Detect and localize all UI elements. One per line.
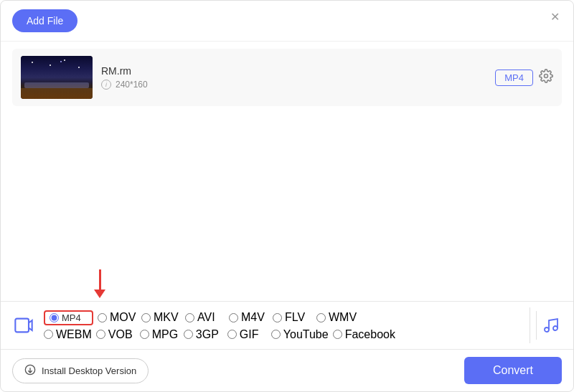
file-info: RM.rm i 240*160 <box>101 65 486 90</box>
format-option-facebook[interactable]: Facebook <box>333 328 395 341</box>
convert-button[interactable]: Convert <box>464 357 562 384</box>
format-badge[interactable]: MP4 <box>495 70 533 86</box>
bottom-bar: Install Desktop Version Convert <box>1 350 573 391</box>
install-desktop-button[interactable]: Install Desktop Version <box>12 358 149 383</box>
format-option-flv[interactable]: FLV <box>273 311 312 324</box>
format-option-mov[interactable]: MOV <box>98 311 137 324</box>
svg-point-2 <box>545 328 549 332</box>
format-options: MP4 MOV MKV AVI M4V <box>44 310 524 341</box>
file-thumbnail <box>21 56 93 99</box>
file-item: RM.rm i 240*160 MP4 <box>12 49 562 106</box>
format-option-m4v[interactable]: M4V <box>229 311 268 324</box>
svg-rect-1 <box>15 319 29 333</box>
video-format-icon[interactable] <box>9 311 38 340</box>
format-separator <box>530 307 530 343</box>
audio-format-button[interactable] <box>536 311 565 340</box>
main-window: ✕ Add File RM.rm i <box>0 0 574 392</box>
svg-point-0 <box>545 74 548 77</box>
file-list: RM.rm i 240*160 MP4 <box>1 42 573 269</box>
add-file-button[interactable]: Add File <box>12 9 77 32</box>
format-bar: MP4 MOV MKV AVI M4V <box>1 301 573 350</box>
file-meta: i 240*160 <box>101 80 486 90</box>
arrow-down <box>94 269 105 298</box>
arrow-head <box>94 290 105 298</box>
arrow-indicator-area <box>1 269 573 301</box>
settings-button[interactable] <box>539 69 553 87</box>
format-row-2: WEBM VOB MPG 3GP GIF <box>44 328 524 341</box>
svg-point-3 <box>553 326 557 330</box>
install-label: Install Desktop Version <box>42 365 136 376</box>
file-resolution: 240*160 <box>116 80 148 90</box>
format-option-webm[interactable]: WEBM <box>44 328 92 341</box>
format-option-avi[interactable]: AVI <box>185 311 225 324</box>
format-option-gif[interactable]: GIF <box>227 328 267 341</box>
format-option-mp4[interactable]: MP4 <box>44 310 93 325</box>
file-name: RM.rm <box>101 65 486 77</box>
info-icon: i <box>101 80 111 90</box>
format-option-youtube[interactable]: YouTube <box>271 328 329 341</box>
arrow-line <box>99 269 101 290</box>
format-option-3gp[interactable]: 3GP <box>184 328 223 341</box>
format-option-vob[interactable]: VOB <box>96 328 136 341</box>
download-icon <box>24 364 36 378</box>
file-actions: MP4 <box>495 69 553 87</box>
format-option-mpg[interactable]: MPG <box>140 328 179 341</box>
toolbar: Add File <box>1 1 573 42</box>
close-button[interactable]: ✕ <box>547 9 562 24</box>
format-option-mkv[interactable]: MKV <box>141 311 181 324</box>
format-option-wmv[interactable]: WMV <box>316 311 357 324</box>
format-row-1: MP4 MOV MKV AVI M4V <box>44 310 524 325</box>
